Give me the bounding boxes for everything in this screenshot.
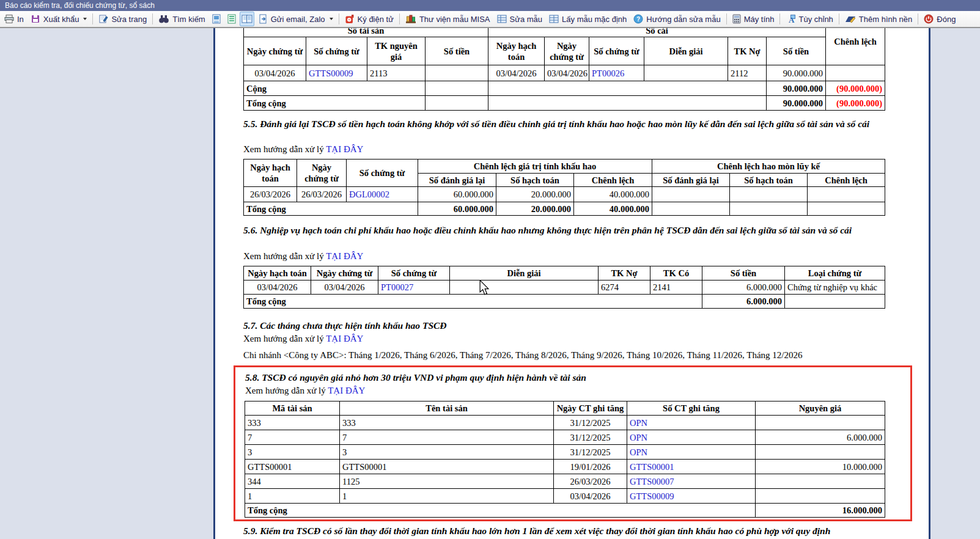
header-cell: Ngày hạch toán	[488, 37, 545, 65]
section-5-6-title: 5.6. Nghiệp vụ hạch toán chi phí khấu ha…	[243, 224, 885, 237]
cell: 3	[245, 445, 340, 460]
document-code-link[interactable]: OPN	[627, 430, 756, 445]
document-code-link[interactable]: ĐGL00002	[347, 187, 418, 202]
cell: GTTS00001	[245, 460, 340, 474]
guide-text: Xem hướng dẫn xử lý	[243, 251, 324, 261]
edit-page-button[interactable]: Sửa trang	[95, 13, 150, 25]
header-cell: Nguyên giá	[756, 402, 885, 416]
toolbar-separator	[339, 13, 339, 24]
header-cell: Ngày chứng từ	[311, 266, 378, 280]
table-row: 344 1125 26/03/2026 GTTS00007	[245, 474, 885, 489]
grand-total-amount: 60.000.000	[418, 202, 496, 216]
template-library-button[interactable]: Thư viện mẫu MISA	[402, 13, 493, 25]
view-facing-pages-button[interactable]	[240, 12, 254, 26]
table-row: 03/04/2026 03/04/2026 PT00027 6274 2141 …	[244, 280, 885, 295]
cell: 344	[245, 474, 340, 489]
header-cell: Số đánh giá lại	[652, 174, 730, 187]
cell: 6.000.000	[702, 280, 785, 295]
view-single-page-button[interactable]	[209, 12, 224, 26]
send-email-button[interactable]: Gửi email, Zalo	[255, 13, 336, 25]
cell: 03/04/2026	[488, 65, 545, 81]
single-page-view-icon	[212, 14, 221, 24]
default-template-grid-icon	[549, 14, 559, 24]
customize-letter-icon: A	[786, 14, 795, 24]
guide-link[interactable]: TẠI ĐÂY	[326, 334, 363, 343]
grand-total-difference: (90.000.000)	[826, 96, 885, 111]
cell: 6.000.000	[756, 430, 885, 445]
digital-sign-button[interactable]: Ký điện tử	[342, 13, 397, 25]
cell: 7	[340, 430, 554, 445]
header-cell: Số hạch toán	[730, 174, 808, 187]
export-button[interactable]: Xuất khẩu	[28, 13, 90, 25]
cell: 03/04/2026	[244, 65, 306, 81]
cell: 03/04/2026	[545, 65, 589, 81]
toolbar-separator	[839, 13, 839, 24]
toolbar: In Xuất khẩu Sửa trang Tìm kiếm Gửi emai	[0, 11, 980, 28]
guide-line: Xem hướng dẫn xử lý TẠI ĐÂY	[245, 385, 365, 397]
add-background-label: Thêm hình nền	[859, 15, 912, 24]
guide-link[interactable]: TẠI ĐÂY	[326, 144, 363, 154]
customize-button[interactable]: A Tùy chỉnh	[783, 13, 836, 25]
add-background-pen-icon	[845, 14, 856, 24]
view-continuous-button[interactable]	[224, 12, 239, 26]
close-button[interactable]: Đóng	[921, 13, 959, 25]
table-row: Sổ tài sản Sổ cái Chênh lệch	[244, 28, 885, 37]
cell: 3	[340, 445, 554, 460]
revaluation-diff-table: Ngày hạch toán Ngày chứng từ Số chứng từ…	[243, 159, 885, 216]
default-template-button[interactable]: Lấy mẫu mặc định	[546, 13, 630, 25]
group-header-cell: Chênh lệch	[826, 28, 885, 65]
document-code-link[interactable]: GTTS00009	[627, 489, 756, 504]
calculator-icon	[732, 14, 741, 24]
table-row: 3 3 31/12/2025 OPN	[245, 445, 885, 460]
document-code-link[interactable]: OPN	[627, 416, 756, 430]
export-dropdown-caret-icon[interactable]	[83, 18, 87, 20]
guide-line: Xem hướng dẫn xử lý TẠI ĐÂY	[243, 333, 363, 345]
subtotal-amount: 90.000.000	[767, 81, 826, 96]
document-code-link[interactable]: GTTS00009	[306, 65, 367, 81]
section-5-5-title: 5.5. Đánh giá lại TSCĐ số tiền hạch toán…	[243, 117, 885, 130]
document-code-link[interactable]: GTTS00001	[627, 460, 756, 474]
print-button[interactable]: In	[1, 13, 27, 25]
toolbar-separator	[399, 13, 400, 24]
default-template-label: Lấy mẫu mặc định	[562, 15, 627, 24]
cell	[426, 96, 488, 111]
table-row: Tổng cộng 60.000.000 20.000.000 40.000.0…	[244, 202, 885, 216]
grand-total-amount: 90.000.000	[767, 96, 826, 111]
header-cell: Số chứng từ	[589, 37, 644, 65]
cell	[756, 416, 885, 430]
cell	[756, 445, 885, 460]
window-title: Báo cáo kiểm tra, đối chiếu chứng từ, sổ…	[5, 1, 155, 10]
template-library-label: Thư viện mẫu MISA	[419, 15, 490, 24]
header-cell: Số tiền	[426, 37, 488, 65]
send-email-dropdown-caret-icon[interactable]	[330, 18, 333, 20]
document-code-link[interactable]: GTTS00007	[627, 474, 756, 489]
table-row: Ngày hạch toán Ngày chứng từ Số chứng từ…	[244, 160, 885, 174]
close-label: Đóng	[937, 15, 956, 24]
cell: Chứng từ nghiệp vụ khác	[785, 280, 885, 295]
search-button[interactable]: Tìm kiếm	[155, 13, 208, 25]
cell	[426, 81, 488, 96]
header-cell: Ngày hạch toán	[244, 266, 311, 280]
cell: 333	[340, 416, 554, 430]
cell	[652, 187, 730, 202]
calculator-label: Máy tính	[744, 15, 775, 24]
edit-page-icon	[98, 14, 108, 24]
cell	[730, 202, 808, 216]
add-background-button[interactable]: Thêm hình nền	[842, 13, 915, 25]
svg-text:A: A	[789, 15, 795, 24]
close-power-icon	[924, 14, 934, 24]
document-code-link[interactable]: OPN	[627, 445, 756, 460]
guide-link[interactable]: TẠI ĐÂY	[326, 251, 363, 261]
table-row: Ngày hạch toán Ngày chứng từ Số chứng từ…	[244, 266, 885, 280]
cell: 1	[340, 489, 554, 504]
document-code-link[interactable]: PT00026	[589, 65, 644, 81]
edit-template-button[interactable]: Sửa mẫu	[494, 13, 546, 25]
header-cell: Số chứng từ	[378, 266, 450, 280]
template-guide-button[interactable]: ? Hướng dẫn sửa mẫu	[630, 13, 723, 25]
header-cell: Số chứng từ	[347, 160, 418, 187]
calculator-button[interactable]: Máy tính	[729, 13, 778, 25]
document-code-link[interactable]: PT00027	[378, 280, 450, 295]
cell: 2112	[728, 65, 767, 81]
help-question-icon: ?	[633, 14, 643, 24]
guide-link[interactable]: TẠI ĐÂY	[328, 386, 365, 395]
